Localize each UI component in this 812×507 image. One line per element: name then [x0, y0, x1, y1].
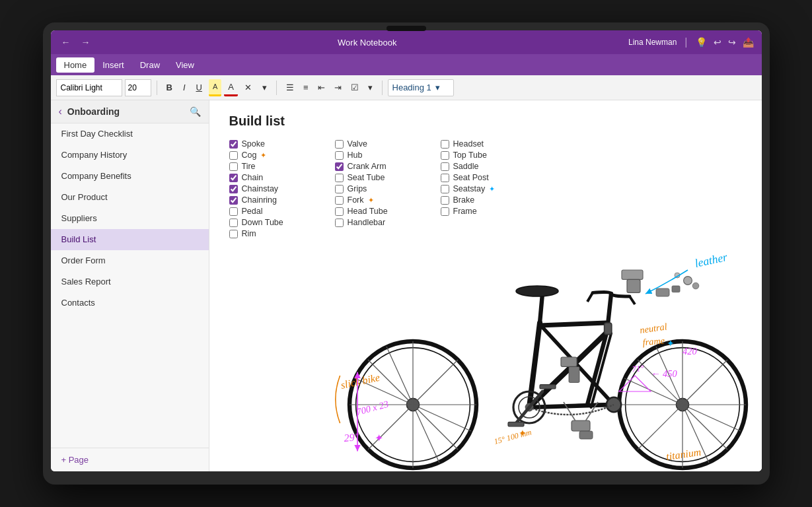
- checkbox-top-tube[interactable]: [441, 151, 449, 160]
- item-handlebar: Handlebar: [335, 218, 441, 227]
- back-arrow[interactable]: ←: [59, 36, 73, 49]
- checkbox-chain[interactable]: [229, 174, 238, 182]
- bold-button[interactable]: B: [163, 79, 176, 96]
- menu-tab-view[interactable]: View: [168, 57, 202, 73]
- undo-icon[interactable]: ↩: [714, 37, 721, 48]
- checkbox-seatstay[interactable]: [441, 185, 449, 193]
- sidebar-item-our-product[interactable]: Our Product: [51, 187, 209, 208]
- svg-rect-56: [569, 366, 579, 382]
- svg-rect-49: [604, 323, 611, 335]
- checkbox-handlebar[interactable]: [335, 219, 344, 227]
- svg-text:← 450: ← 450: [651, 368, 677, 379]
- menu-bar: Home Insert Draw View: [51, 54, 762, 75]
- toolbar-divider-3: [382, 81, 383, 95]
- list-dropdown[interactable]: ▾: [364, 79, 377, 96]
- styles-button[interactable]: ▾: [258, 79, 271, 96]
- build-list-grid: Spoke Cog ✦ Tire: [229, 139, 742, 238]
- page-content: Build list Spoke Cog ✦: [209, 100, 762, 471]
- sidebar-item-first-day[interactable]: First Day Checklist: [51, 123, 209, 145]
- menu-tab-home[interactable]: Home: [56, 57, 95, 73]
- toolbar: B I U A A ✕ ▾ ☰ ≡ ⇤ ⇥ ☑ ▾ Heading 1 ▾: [51, 75, 762, 100]
- sidebar-item-company-history[interactable]: Company History: [51, 145, 209, 166]
- sidebar-search-icon[interactable]: 🔍: [190, 106, 201, 117]
- item-down-tube: Down Tube: [229, 218, 335, 227]
- share-icon[interactable]: 📤: [743, 37, 754, 48]
- item-crank-arm: Crank Arm: [335, 162, 441, 171]
- sidebar-item-company-benefits[interactable]: Company Benefits: [51, 166, 209, 187]
- checkbox-headset[interactable]: [441, 140, 449, 149]
- checkbox-head-tube[interactable]: [335, 207, 344, 216]
- forward-arrow[interactable]: →: [79, 36, 93, 49]
- numbered-list-button[interactable]: ≡: [299, 79, 313, 96]
- svg-text:420: 420: [683, 346, 697, 356]
- bike-image: leather neutral frame slick bike: [328, 232, 762, 471]
- increase-indent-button[interactable]: ⇥: [330, 79, 346, 96]
- item-hub: Hub: [335, 151, 441, 160]
- heading-dropdown-arrow: ▾: [435, 83, 440, 92]
- lightbulb-icon[interactable]: 💡: [696, 37, 707, 48]
- sidebar: ‹ Onboarding 🔍 First Day Checklist Compa…: [51, 100, 209, 471]
- item-head-tube: Head Tube: [335, 207, 441, 216]
- item-saddle: Saddle: [441, 162, 560, 171]
- list-icons: ☰ ≡ ⇤ ⇥ ☑ ▾: [282, 79, 377, 96]
- star-seatstay-icon: ✦: [489, 185, 495, 193]
- item-seat-tube: Seat Tube: [335, 173, 441, 182]
- sidebar-item-contacts[interactable]: Contacts: [51, 292, 209, 314]
- checkbox-button[interactable]: ☑: [347, 79, 363, 96]
- item-seatstay: Seatstay ✦: [441, 184, 560, 193]
- clear-format-button[interactable]: ✕: [240, 79, 256, 96]
- svg-rect-51: [672, 286, 680, 292]
- checkbox-saddle[interactable]: [441, 162, 449, 171]
- checkbox-seat-post[interactable]: [441, 174, 449, 182]
- page-title: Build list: [229, 114, 742, 129]
- item-pedal: Pedal: [229, 207, 335, 216]
- sidebar-item-build-list[interactable]: Build List: [51, 229, 209, 250]
- checkbox-pedal[interactable]: [229, 207, 238, 216]
- title-bar-right: Lina Newman | 💡 ↩ ↪ 📤: [628, 36, 754, 48]
- font-size-input[interactable]: [125, 79, 151, 96]
- font-family-input[interactable]: [56, 79, 122, 96]
- checkbox-seat-tube[interactable]: [335, 174, 344, 182]
- checkbox-valve[interactable]: [335, 140, 344, 149]
- item-frame: Frame: [441, 207, 560, 216]
- sidebar-header: ‹ Onboarding 🔍: [51, 100, 209, 123]
- item-grips: Grips: [335, 184, 441, 193]
- sidebar-item-suppliers[interactable]: Suppliers: [51, 208, 209, 229]
- underline-button[interactable]: U: [192, 79, 206, 96]
- star-cog-icon: ✦: [260, 151, 266, 160]
- item-seat-post: Seat Post: [441, 173, 560, 182]
- checkbox-cog[interactable]: [229, 151, 238, 160]
- bullet-list-button[interactable]: ☰: [282, 79, 298, 96]
- highlight-button[interactable]: A: [209, 79, 221, 96]
- italic-button[interactable]: I: [179, 79, 190, 96]
- checkbox-rim[interactable]: [229, 230, 238, 238]
- toolbar-divider-1: [157, 81, 157, 95]
- sidebar-back-button[interactable]: ‹: [59, 106, 62, 118]
- item-top-tube: Top Tube: [441, 151, 560, 160]
- checklist-col-2: Valve Hub Crank Arm: [335, 139, 441, 238]
- checkbox-brake[interactable]: [441, 196, 449, 205]
- add-page-button[interactable]: + Page: [51, 448, 209, 471]
- checkbox-fork[interactable]: [335, 196, 344, 205]
- redo-icon[interactable]: ↪: [728, 37, 736, 48]
- svg-point-45: [516, 286, 558, 296]
- checkbox-crank-arm[interactable]: [335, 162, 344, 171]
- checkbox-hub[interactable]: [335, 151, 344, 160]
- svg-line-38: [582, 405, 587, 406]
- checkbox-frame[interactable]: [441, 207, 449, 216]
- font-color-button[interactable]: A: [224, 79, 238, 96]
- sidebar-item-sales-report[interactable]: Sales Report: [51, 271, 209, 292]
- heading-dropdown[interactable]: Heading 1 ▾: [388, 79, 454, 96]
- menu-tab-insert[interactable]: Insert: [94, 57, 132, 73]
- checkbox-chainstay[interactable]: [229, 185, 238, 193]
- checkbox-chainring[interactable]: [229, 196, 238, 205]
- checkbox-grips[interactable]: [335, 185, 344, 193]
- checkbox-tire[interactable]: [229, 162, 238, 171]
- checkbox-spoke[interactable]: [229, 140, 238, 149]
- checkbox-down-tube[interactable]: [229, 219, 238, 227]
- menu-tab-draw[interactable]: Draw: [132, 57, 168, 73]
- svg-rect-50: [656, 288, 669, 296]
- svg-text:71°: 71°: [632, 364, 644, 374]
- sidebar-item-order-form[interactable]: Order Form: [51, 250, 209, 271]
- decrease-indent-button[interactable]: ⇤: [314, 79, 329, 96]
